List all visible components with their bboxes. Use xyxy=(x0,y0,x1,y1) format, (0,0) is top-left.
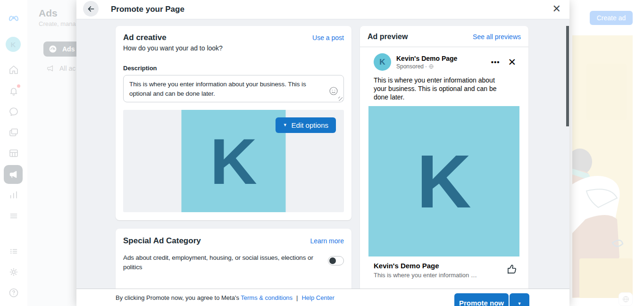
post-footer-description: This is where you enter information … xyxy=(374,272,494,279)
help-center-link[interactable]: Help Center xyxy=(301,294,334,301)
globe-small-icon xyxy=(428,64,434,69)
edit-options-label: Edit options xyxy=(292,121,328,129)
promote-page-modal: Promote your Page ✕ Ad creative Use a po… xyxy=(76,0,569,306)
caret-down-icon: ▼ xyxy=(283,123,287,127)
dismiss-ad-icon[interactable]: ✕ xyxy=(508,58,516,67)
use-a-post-link[interactable]: Use a post xyxy=(312,34,344,41)
back-button[interactable] xyxy=(83,1,99,17)
arrow-left-icon xyxy=(87,5,95,13)
description-input[interactable]: This is where you enter information abou… xyxy=(123,75,344,102)
special-ad-category-card: Special Ad Category Learn more Ads about… xyxy=(116,229,351,289)
post-body-text: This is where you enter information abou… xyxy=(360,71,520,101)
agree-prefix: By clicking Promote now, you agree to Me… xyxy=(116,294,241,301)
preview-post: K Kevin's Demo Page Sponsored · ••• ✕ xyxy=(360,47,528,279)
ad-preview-card: Ad preview See all previews K Kevin's De… xyxy=(360,26,528,289)
sponsored-label: Sponsored xyxy=(396,63,424,70)
description-value: This is where you enter information abou… xyxy=(129,81,306,97)
special-ad-toggle[interactable] xyxy=(328,256,344,265)
learn-more-link[interactable]: Learn more xyxy=(310,237,344,245)
promote-now-button[interactable]: Promote now xyxy=(454,293,509,306)
ad-creative-card: Ad creative Use a post How do you want y… xyxy=(116,26,351,220)
separator: | xyxy=(296,294,298,301)
terms-text: By clicking Promote now, you agree to Me… xyxy=(116,294,335,301)
close-icon[interactable]: ✕ xyxy=(552,2,561,16)
modal-title: Promote your Page xyxy=(111,5,184,14)
page-name: Kevin's Demo Page xyxy=(396,55,491,62)
caret-down-icon: ▼ xyxy=(518,301,522,306)
terms-conditions-link[interactable]: Terms & conditions xyxy=(241,294,293,301)
ad-image: K xyxy=(182,110,286,212)
description-label: Description xyxy=(123,65,344,72)
ad-creative-subtitle: How do you want your ad to look? xyxy=(123,44,344,52)
toggle-knob xyxy=(329,257,336,264)
ad-preview-title: Ad preview xyxy=(368,33,408,41)
modal-scrollbar[interactable] xyxy=(566,26,569,126)
ad-image-letter: K xyxy=(210,129,257,194)
page-avatar: K xyxy=(374,53,391,71)
modal-footer: By clicking Promote now, you agree to Me… xyxy=(76,289,569,306)
ad-image-preview: K ▼ Edit options xyxy=(123,110,344,212)
emoji-smiley-icon[interactable] xyxy=(328,86,339,96)
post-image-letter: K xyxy=(417,144,471,219)
see-all-previews-link[interactable]: See all previews xyxy=(473,33,521,41)
dot-separator: · xyxy=(425,63,427,70)
more-options-icon[interactable]: ••• xyxy=(491,58,500,66)
modal-body: Ad creative Use a post How do you want y… xyxy=(76,19,569,289)
post-footer-page-name: Kevin's Demo Page xyxy=(374,262,494,270)
like-thumb-icon[interactable] xyxy=(506,263,518,277)
promote-dropdown-button[interactable]: ▼ xyxy=(510,293,529,306)
post-image: K xyxy=(368,106,519,256)
special-ad-description: Ads about credit, employment, housing, o… xyxy=(123,253,323,272)
edit-options-button[interactable]: ▼ Edit options xyxy=(276,117,336,133)
special-ad-title: Special Ad Category xyxy=(123,236,201,246)
modal-header: Promote your Page ✕ xyxy=(76,0,569,19)
ad-creative-title: Ad creative xyxy=(123,33,167,42)
